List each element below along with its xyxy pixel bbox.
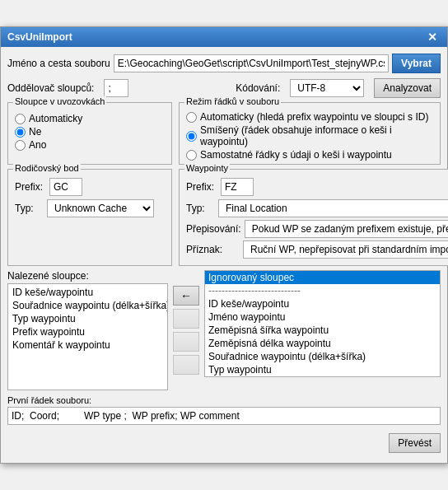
wp-prepisovani-select[interactable]: Pokud WP se zadaným prefixem existuje, p… xyxy=(245,220,448,238)
first-row-label: První řádek souboru: xyxy=(7,395,441,405)
right-list-item[interactable]: Jméno waypointu xyxy=(205,310,440,324)
row-mode-radio-group: Automaticky (hledá prefix waypointu ve s… xyxy=(186,111,433,161)
right-list-item[interactable]: Typ waypointu xyxy=(205,363,440,376)
separator-label: Oddělovač sloupců: xyxy=(7,82,94,94)
columns-yes-option[interactable]: Ano xyxy=(15,139,165,151)
parent-type-select[interactable]: Unknown Cache xyxy=(47,199,154,217)
row-mode-mixed-option[interactable]: Smíšený (řádek obsahuje informace o keši… xyxy=(186,124,433,147)
right-list-item[interactable]: Prefix waypointu xyxy=(205,376,440,377)
list-item[interactable]: Typ waypointu xyxy=(10,312,166,325)
title-bar: CsvUniImport ✕ xyxy=(1,27,447,47)
select-file-button[interactable]: Vybrat xyxy=(392,54,441,73)
wp-prefix-label: Prefix: xyxy=(186,181,214,193)
move-btn-2[interactable] xyxy=(173,309,199,329)
waypoints-group-legend: Waypointy xyxy=(184,163,230,173)
row-mode-group-legend: Režim řádků v souboru xyxy=(184,96,281,106)
parent-type-label: Typ: xyxy=(15,203,44,214)
right-list-separator: ---------------------------- xyxy=(205,284,440,297)
right-list-item[interactable]: Souřadnice waypointu (délka+šířka) xyxy=(205,350,440,363)
file-path-input[interactable] xyxy=(114,54,389,72)
wp-type-select[interactable]: Final Location xyxy=(218,199,448,217)
move-left-button[interactable]: ← xyxy=(173,286,199,306)
columns-radio-group: Automaticky Ne Ano xyxy=(15,113,165,151)
list-item[interactable]: ID keše/waypointu xyxy=(10,286,166,299)
mapping-list: Ignorovaný sloupec ---------------------… xyxy=(204,270,441,377)
close-button[interactable]: ✕ xyxy=(424,30,441,44)
wp-prepisovani-label: Přepisování: xyxy=(186,223,241,235)
convert-button[interactable]: Převést xyxy=(389,433,441,453)
analyze-button[interactable]: Analyzovat xyxy=(374,78,441,98)
row-mode-auto-option[interactable]: Automaticky (hledá prefix waypointu ve s… xyxy=(186,111,433,123)
separator-input[interactable] xyxy=(104,79,128,97)
list-item[interactable]: Komentář k waypointu xyxy=(10,338,166,352)
right-list-item[interactable]: Zeměpisná délka waypointu xyxy=(205,337,440,350)
first-row-input[interactable] xyxy=(7,407,441,425)
wp-prefix-input[interactable] xyxy=(221,178,254,196)
found-columns-label: Nalezené sloupce: xyxy=(7,270,165,282)
dialog-title: CsvUniImport xyxy=(7,31,72,43)
file-label: Jméno a cesta souboru xyxy=(7,58,110,69)
move-btn-3[interactable] xyxy=(173,332,199,352)
found-columns-list: ID keše/waypointu Souřadnice waypointu (… xyxy=(7,283,168,390)
wp-type-label: Typ: xyxy=(186,203,215,214)
parent-prefix-input[interactable] xyxy=(49,178,82,196)
move-btn-4[interactable] xyxy=(173,355,199,375)
arrow-buttons-area: ← xyxy=(173,270,199,390)
encoding-label: Kódování: xyxy=(236,82,280,94)
columns-group-legend: Sloupce v uvozovkách xyxy=(13,96,106,106)
list-item[interactable]: Prefix waypointu xyxy=(10,325,166,338)
wp-priznak-select[interactable]: Ruční WP, nepřepisovat při standardním i… xyxy=(243,240,448,259)
encoding-select[interactable]: UTF-8 xyxy=(290,79,364,97)
parent-prefix-label: Prefix: xyxy=(15,181,43,193)
right-list-item[interactable]: Zeměpisná šířka waypointu xyxy=(205,324,440,337)
columns-auto-option[interactable]: Automaticky xyxy=(15,113,165,124)
wp-priznak-label: Příznak: xyxy=(186,244,240,255)
right-list-item[interactable]: ID keše/waypointu xyxy=(205,297,440,310)
csv-uni-import-dialog: CsvUniImport ✕ Jméno a cesta souboru Vyb… xyxy=(0,26,448,464)
columns-no-option[interactable]: Ne xyxy=(15,126,165,138)
row-mode-separate-option[interactable]: Samostatné řádky s údaji o keši i waypoi… xyxy=(186,149,433,161)
parent-group-legend: Rodičovský bod xyxy=(13,163,81,173)
right-list-item[interactable]: Ignorovaný sloupec xyxy=(205,271,440,284)
list-item[interactable]: Souřadnice waypointu (délka+šířka) xyxy=(10,299,166,312)
